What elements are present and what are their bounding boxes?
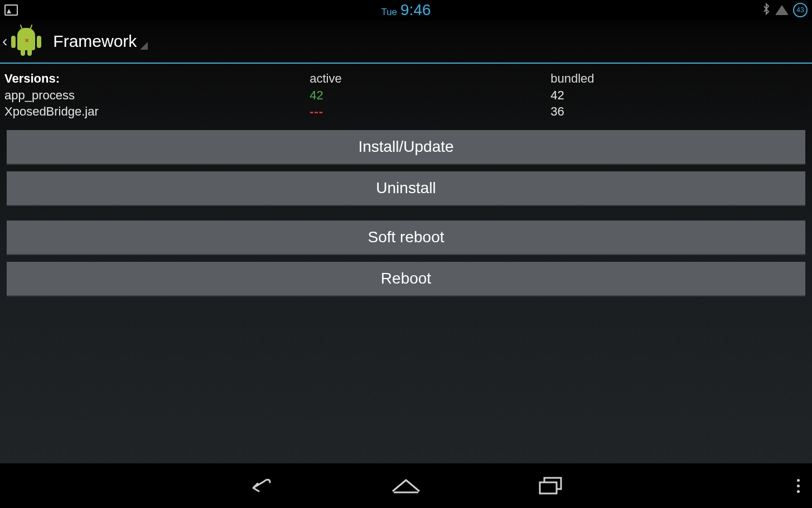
row-label: XposedBridge.jar [4, 103, 310, 120]
row-label: app_process [4, 87, 310, 104]
back-icon[interactable]: ‹ [2, 32, 7, 50]
wifi-icon [775, 5, 789, 15]
svg-rect-1 [540, 482, 557, 493]
versions-header: Versions: [4, 70, 310, 87]
status-time: 9:46 [400, 1, 431, 19]
page-title: Framework [53, 32, 137, 51]
row-bundled-value: 36 [550, 103, 808, 120]
action-bar[interactable]: ‹ ✕ Framework [0, 20, 812, 64]
nav-home-icon[interactable] [389, 475, 423, 497]
spinner-dropdown-icon[interactable] [140, 42, 148, 50]
row-active-value: 42 [310, 87, 550, 104]
bluetooth-icon [762, 3, 771, 18]
row-bundled-value: 42 [550, 87, 808, 104]
notification-picture-icon [4, 4, 18, 16]
status-bar: Tue 9:46 43 [0, 0, 812, 20]
battery-level: 43 [796, 6, 804, 14]
nav-menu-icon[interactable] [797, 479, 800, 493]
row-active-value: --- [310, 103, 550, 120]
reboot-button[interactable]: Reboot [7, 262, 805, 296]
navigation-bar [0, 463, 812, 508]
app-icon[interactable]: ✕ [9, 25, 43, 58]
column-active: active [310, 70, 550, 87]
content-area: Versions: active bundled app_process 42 … [0, 64, 812, 308]
column-bundled: bundled [550, 70, 808, 87]
nav-recent-icon[interactable] [534, 475, 568, 497]
uninstall-button[interactable]: Uninstall [7, 171, 805, 206]
versions-table: Versions: active bundled app_process 42 … [4, 70, 808, 120]
nav-back-icon[interactable] [244, 475, 278, 497]
soft-reboot-button[interactable]: Soft reboot [7, 221, 805, 255]
status-day: Tue [381, 7, 397, 18]
install-update-button[interactable]: Install/Update [7, 130, 805, 165]
battery-icon: 43 [793, 3, 808, 17]
